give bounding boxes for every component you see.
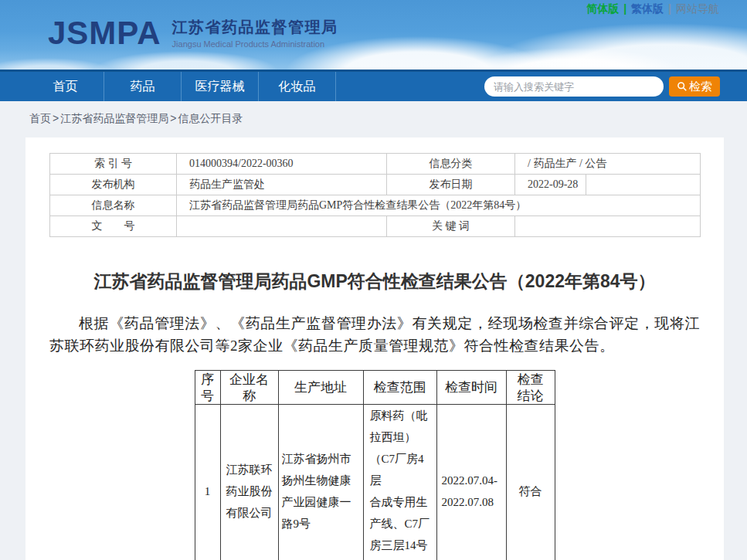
breadcrumb-agency[interactable]: 江苏省药品监督管理局 bbox=[60, 112, 168, 124]
nav-item-cosmetics[interactable]: 化妆品 bbox=[259, 72, 336, 101]
meta-row: 索 引 号 014000394/2022-00360 信息分类 / 药品生产 /… bbox=[50, 154, 701, 175]
cell-time: 2022.07.04- 2022.07.08 bbox=[436, 405, 506, 560]
search-button[interactable]: 检索 bbox=[669, 76, 720, 97]
meta-row: 发布机构 药品生产监管处 发布日期 2022-09-28 bbox=[50, 175, 701, 195]
meta-name-value: 江苏省药品监督管理局药品GMP符合性检查结果公告（2022年第84号） bbox=[177, 195, 701, 216]
meta-row: 信息名称 江苏省药品监督管理局药品GMP符合性检查结果公告（2022年第84号） bbox=[50, 195, 701, 216]
table-header-row: 序号 企业名称 生产地址 检查范围 检查时间 检查结论 bbox=[195, 371, 555, 405]
meta-docno-label: 文 号 bbox=[50, 216, 177, 237]
search-icon bbox=[677, 81, 688, 92]
meta-keyword-value bbox=[515, 216, 701, 237]
topbar-divider: | bbox=[623, 2, 626, 15]
agency-logo[interactable]: JSMPA 江苏省药品监督管理局 Jiangsu Medical Product… bbox=[48, 17, 338, 49]
link-site-navigation[interactable]: 网站导航 bbox=[676, 2, 719, 15]
nav-item-drugs[interactable]: 药品 bbox=[104, 72, 182, 101]
table-row: 1 江苏联环药业股份有限公司 江苏省扬州市扬州生物健康产业园健康一路9号 原料药… bbox=[195, 405, 555, 560]
col-header-time: 检查时间 bbox=[436, 371, 506, 405]
breadcrumb-current: 信息公开目录 bbox=[178, 112, 243, 124]
logo-names: 江苏省药品监督管理局 Jiangsu Medical Products Admi… bbox=[172, 17, 338, 49]
col-header-seq: 序号 bbox=[195, 371, 220, 405]
link-simplified-chinese[interactable]: 简体版 bbox=[586, 2, 619, 15]
cell-company: 江苏联环药业股份有限公司 bbox=[220, 405, 278, 560]
meta-category-value: / 药品生产 / 公告 bbox=[515, 154, 701, 175]
inspection-results-table: 序号 企业名称 生产地址 检查范围 检查时间 检查结论 1 江苏联环药业股份有限… bbox=[195, 370, 555, 560]
meta-agency-value: 药品生产监管处 bbox=[177, 175, 387, 195]
breadcrumb-separator: > bbox=[53, 112, 59, 124]
topbar-divider: | bbox=[668, 2, 671, 15]
breadcrumb-home[interactable]: 首页 bbox=[29, 112, 51, 124]
cell-seq: 1 bbox=[195, 405, 220, 560]
link-traditional-chinese[interactable]: 繁体版 bbox=[631, 2, 664, 15]
col-header-scope: 检查范围 bbox=[363, 371, 436, 405]
agency-name-english: Jiangsu Medical Products Administration bbox=[172, 39, 338, 49]
col-header-address: 生产地址 bbox=[278, 371, 363, 405]
nav-item-home[interactable]: 首页 bbox=[27, 72, 104, 101]
search-box: 检索 bbox=[484, 76, 720, 97]
agency-name-chinese: 江苏省药品监督管理局 bbox=[172, 17, 338, 38]
meta-docno-value bbox=[177, 216, 387, 237]
meta-agency-label: 发布机构 bbox=[50, 175, 177, 195]
meta-keyword-label: 关 键 词 bbox=[387, 216, 515, 237]
meta-row: 文 号 关 键 词 bbox=[50, 216, 701, 237]
main-nav: 首页 药品 医疗器械 化妆品 检索 bbox=[0, 70, 747, 101]
meta-index-value: 014000394/2022-00360 bbox=[177, 154, 387, 175]
document-meta-table: 索 引 号 014000394/2022-00360 信息分类 / 药品生产 /… bbox=[49, 153, 701, 237]
col-header-result: 检查结论 bbox=[506, 371, 555, 405]
meta-date-value: 2022-09-28 bbox=[515, 175, 586, 195]
site-header: 简体版|繁体版|网站导航 JSMPA 江苏省药品监督管理局 Jiangsu Me… bbox=[0, 0, 747, 70]
article-paragraph: 根据《药品管理法》、《药品生产监督管理办法》有关规定，经现场检查并综合评定，现将… bbox=[49, 312, 700, 357]
meta-name-label: 信息名称 bbox=[50, 195, 177, 216]
meta-date-label: 发布日期 bbox=[387, 175, 515, 195]
search-button-label: 检索 bbox=[689, 80, 712, 94]
cell-address: 江苏省扬州市扬州生物健康产业园健康一路9号 bbox=[278, 405, 363, 560]
col-header-company: 企业名称 bbox=[220, 371, 278, 405]
breadcrumb: 首页>江苏省药品监督管理局>信息公开目录 bbox=[0, 101, 747, 126]
nav-item-medical-devices[interactable]: 医疗器械 bbox=[182, 72, 259, 101]
cell-result: 符合 bbox=[506, 405, 555, 560]
topbar: 简体版|繁体版|网站导航 bbox=[586, 2, 719, 16]
logo-acronym: JSMPA bbox=[48, 18, 161, 49]
meta-index-label: 索 引 号 bbox=[50, 154, 177, 175]
page-title: 江苏省药品监督管理局药品GMP符合性检查结果公告（2022年第84号） bbox=[49, 270, 700, 294]
cell-scope: 原料药（吡 拉西坦） （C7厂房4层 合成专用生 产线、C7厂 房三层14号 精… bbox=[363, 405, 436, 560]
breadcrumb-separator: > bbox=[170, 112, 176, 124]
search-input[interactable] bbox=[484, 76, 664, 97]
content-card: 索 引 号 014000394/2022-00360 信息分类 / 药品生产 /… bbox=[25, 137, 724, 560]
meta-category-label: 信息分类 bbox=[387, 154, 515, 175]
meta-date-extra-cell bbox=[586, 175, 701, 195]
